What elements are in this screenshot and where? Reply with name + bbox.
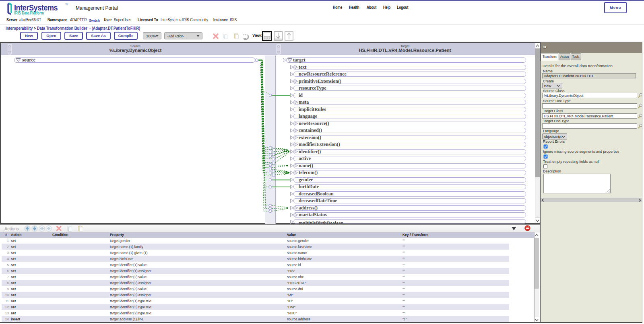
svg-text:™: ™ <box>65 3 68 6</box>
svg-text:IRIS Data Platform: IRIS Data Platform <box>14 10 44 15</box>
